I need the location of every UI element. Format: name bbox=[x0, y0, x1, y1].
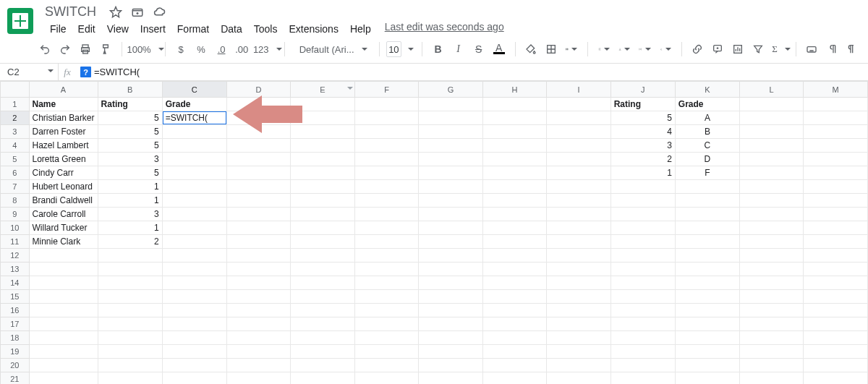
cell-J16[interactable] bbox=[610, 304, 675, 317]
cell-M9[interactable] bbox=[804, 208, 868, 221]
cell-H15[interactable] bbox=[482, 290, 546, 304]
name-box[interactable]: C2 bbox=[0, 64, 58, 80]
cell-L16[interactable] bbox=[739, 304, 803, 317]
col-header-H[interactable]: H bbox=[482, 82, 546, 98]
cell-I9[interactable] bbox=[547, 208, 610, 221]
cell-C8[interactable] bbox=[162, 194, 226, 208]
cell-H17[interactable] bbox=[482, 317, 546, 331]
cell-M3[interactable] bbox=[804, 125, 868, 139]
cell-D11[interactable] bbox=[226, 235, 290, 249]
cell-D13[interactable] bbox=[226, 263, 290, 276]
cell-A10[interactable]: Willard Tucker bbox=[29, 221, 98, 235]
cell-H9[interactable] bbox=[482, 208, 546, 221]
formula-bar[interactable]: =SWITCH( bbox=[94, 67, 140, 77]
cell-L19[interactable] bbox=[739, 345, 803, 359]
col-header-K[interactable]: K bbox=[675, 82, 739, 98]
row-header-14[interactable]: 14 bbox=[1, 276, 30, 290]
cell-L17[interactable] bbox=[739, 317, 803, 331]
cell-C21[interactable] bbox=[162, 372, 226, 385]
menu-help[interactable]: Help bbox=[345, 21, 376, 37]
row-header-16[interactable]: 16 bbox=[1, 304, 30, 317]
doc-title[interactable]: SWITCH bbox=[45, 4, 96, 20]
cell-M10[interactable] bbox=[804, 221, 868, 235]
col-header-I[interactable]: I bbox=[547, 82, 610, 98]
cell-E9[interactable] bbox=[291, 208, 354, 221]
text-wrap-button[interactable] bbox=[636, 40, 653, 59]
cell-L9[interactable] bbox=[739, 208, 803, 221]
cell-C20[interactable] bbox=[162, 359, 226, 372]
cell-F8[interactable] bbox=[354, 194, 418, 208]
rtl-para-button[interactable] bbox=[823, 40, 841, 59]
cell-C6[interactable] bbox=[162, 166, 226, 180]
col-header-M[interactable]: M bbox=[804, 82, 868, 98]
cell-L4[interactable] bbox=[739, 139, 803, 153]
number-format-dropdown[interactable]: 123 bbox=[253, 40, 277, 59]
cell-B3[interactable]: 5 bbox=[98, 125, 162, 139]
cell-I5[interactable] bbox=[547, 153, 610, 166]
cell-I1[interactable] bbox=[547, 98, 610, 111]
cell-H20[interactable] bbox=[482, 359, 546, 372]
cell-G16[interactable] bbox=[419, 304, 483, 317]
keyboard-button[interactable] bbox=[803, 40, 820, 59]
cell-F9[interactable] bbox=[354, 208, 418, 221]
cell-H3[interactable] bbox=[482, 125, 546, 139]
cell-J20[interactable] bbox=[610, 359, 675, 372]
cell-I2[interactable] bbox=[547, 111, 610, 125]
row-header-15[interactable]: 15 bbox=[1, 290, 30, 304]
cell-I6[interactable] bbox=[547, 166, 610, 180]
functions-button[interactable]: Σ bbox=[770, 40, 788, 59]
cell-B14[interactable] bbox=[98, 276, 162, 290]
row-header-3[interactable]: 3 bbox=[1, 125, 30, 139]
cell-A1[interactable]: Name bbox=[29, 98, 98, 111]
cell-E10[interactable] bbox=[291, 221, 354, 235]
cell-F17[interactable] bbox=[354, 317, 418, 331]
cell-B4[interactable]: 5 bbox=[98, 139, 162, 153]
cell-L2[interactable] bbox=[739, 111, 803, 125]
col-header-F[interactable]: F bbox=[354, 82, 418, 98]
cell-A9[interactable]: Carole Carroll bbox=[29, 208, 98, 221]
cell-A12[interactable] bbox=[29, 249, 98, 263]
cell-J1[interactable]: Rating bbox=[610, 98, 675, 111]
cell-F14[interactable] bbox=[354, 276, 418, 290]
cell-E21[interactable] bbox=[291, 372, 354, 385]
cell-A17[interactable] bbox=[29, 317, 98, 331]
cell-J15[interactable] bbox=[610, 290, 675, 304]
cell-E5[interactable] bbox=[291, 153, 354, 166]
cell-B2[interactable]: 5 bbox=[98, 111, 162, 125]
cell-G6[interactable] bbox=[419, 166, 483, 180]
cell-C17[interactable] bbox=[162, 317, 226, 331]
cell-A14[interactable] bbox=[29, 276, 98, 290]
cell-C2[interactable]: =SWITCH( bbox=[162, 111, 226, 125]
cell-E18[interactable] bbox=[291, 331, 354, 345]
cell-F4[interactable] bbox=[354, 139, 418, 153]
row-header-21[interactable]: 21 bbox=[1, 372, 30, 385]
cell-F10[interactable] bbox=[354, 221, 418, 235]
text-color-button[interactable]: A bbox=[490, 40, 508, 59]
cell-L6[interactable] bbox=[739, 166, 803, 180]
cell-K14[interactable] bbox=[675, 276, 739, 290]
cell-B8[interactable]: 1 bbox=[98, 194, 162, 208]
cell-E2[interactable] bbox=[291, 111, 354, 125]
cell-C3[interactable] bbox=[162, 125, 226, 139]
col-header-E[interactable]: E bbox=[291, 82, 354, 98]
cell-H4[interactable] bbox=[482, 139, 546, 153]
cell-M17[interactable] bbox=[804, 317, 868, 331]
bold-button[interactable]: B bbox=[430, 40, 447, 59]
cell-B6[interactable]: 5 bbox=[98, 166, 162, 180]
cell-M12[interactable] bbox=[804, 249, 868, 263]
cell-D9[interactable] bbox=[226, 208, 290, 221]
cell-editor[interactable]: =SWITCH( bbox=[162, 111, 226, 125]
cell-G8[interactable] bbox=[419, 194, 483, 208]
row-header-12[interactable]: 12 bbox=[1, 249, 30, 263]
select-all-corner[interactable] bbox=[1, 82, 30, 98]
cell-L20[interactable] bbox=[739, 359, 803, 372]
text-rotation-button[interactable] bbox=[657, 40, 674, 59]
cell-J8[interactable] bbox=[610, 194, 675, 208]
cell-G4[interactable] bbox=[419, 139, 483, 153]
cell-F21[interactable] bbox=[354, 372, 418, 385]
cell-K1[interactable]: Grade bbox=[675, 98, 739, 111]
cell-B7[interactable]: 1 bbox=[98, 180, 162, 194]
star-icon[interactable] bbox=[109, 6, 122, 19]
currency-button[interactable]: $ bbox=[172, 40, 190, 59]
cell-D6[interactable] bbox=[226, 166, 290, 180]
